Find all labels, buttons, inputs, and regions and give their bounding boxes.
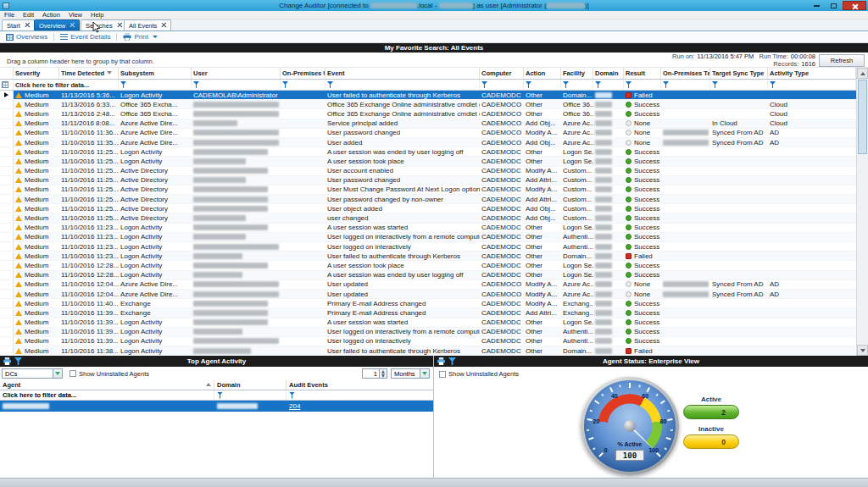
- table-row[interactable]: Medium11/10/2016 11:25...Active Director…: [0, 167, 856, 176]
- table-row[interactable]: Medium11/10/2016 12:04...Azure Active Di…: [0, 280, 856, 290]
- agent-row[interactable]: 204: [0, 401, 433, 412]
- column-header-event[interactable]: Event: [326, 68, 480, 79]
- filter-cell-at[interactable]: [768, 80, 856, 90]
- tab-searches[interactable]: Searches: [81, 19, 127, 30]
- table-row[interactable]: Medium11/10/2016 11:25...Active Director…: [0, 195, 856, 204]
- table-row[interactable]: Medium11/10/2016 11:25...Active Director…: [0, 213, 856, 223]
- agent-filter-cell[interactable]: Click here to filter data...: [0, 390, 214, 400]
- refresh-button[interactable]: Refresh: [819, 54, 865, 67]
- tab-close-icon[interactable]: [117, 23, 122, 28]
- menu-action[interactable]: Action: [38, 11, 64, 19]
- table-row[interactable]: Medium11/10/2016 11:23...Logon ActivityA…: [0, 224, 856, 233]
- table-row[interactable]: Medium11/10/2016 11:23...Logon ActivityU…: [0, 242, 856, 252]
- vertical-scrollbar[interactable]: [856, 68, 868, 356]
- table-row[interactable]: Medium11/10/2016 12:04...Azure Active Di…: [0, 290, 856, 299]
- table-row[interactable]: Medium11/11/2016 8:08...Azure Active Dir…: [0, 119, 856, 129]
- tab-all-events[interactable]: All Events: [124, 19, 171, 30]
- close-button[interactable]: [843, 1, 866, 10]
- filter-cell-dom[interactable]: [593, 80, 624, 90]
- column-header-opu[interactable]: On-Premises User: [281, 68, 326, 79]
- table-row[interactable]: Medium11/10/2016 11:25...Active Director…: [0, 176, 856, 185]
- table-row[interactable]: Medium11/10/2016 11:36...Azure Active Di…: [0, 129, 856, 138]
- table-row[interactable]: Medium11/10/2016 11:40...ExchangePrimary…: [0, 299, 856, 308]
- table-row[interactable]: Medium11/10/2016 11:25...Active Director…: [0, 185, 856, 195]
- audit-events-link[interactable]: 204: [289, 402, 300, 410]
- column-header-sev[interactable]: Severity: [14, 68, 59, 79]
- table-row[interactable]: Medium11/10/2016 11:39...Logon ActivityU…: [0, 337, 856, 346]
- filter-hint-cell[interactable]: Click here to filter data...: [14, 80, 119, 90]
- column-header-act[interactable]: Action: [524, 68, 561, 79]
- print-button[interactable]: Print: [117, 31, 163, 42]
- event-details-button[interactable]: Event Details: [54, 31, 116, 42]
- column-header-dom[interactable]: Domain: [593, 68, 624, 79]
- table-row[interactable]: Medium11/13/2016 6:33...Office 365 Excha…: [0, 100, 856, 109]
- chevron-down-icon[interactable]: [53, 369, 62, 378]
- menu-edit[interactable]: Edit: [19, 11, 38, 19]
- table-row[interactable]: Medium11/10/2016 12:28...Logon ActivityA…: [0, 271, 856, 280]
- show-uninstalled-checkbox[interactable]: [439, 371, 446, 378]
- table-row[interactable]: Medium11/10/2016 11:39...Logon ActivityU…: [0, 328, 856, 337]
- filter-indicator-cell[interactable]: [0, 80, 14, 90]
- menu-file[interactable]: File: [0, 11, 19, 19]
- tab-start[interactable]: Start: [2, 19, 35, 30]
- period-unit-select[interactable]: Months: [391, 368, 430, 379]
- table-row[interactable]: Medium11/13/2016 2:48...Office 365 Excha…: [0, 109, 856, 119]
- filter-cell-fac[interactable]: [561, 80, 593, 90]
- chevron-down-icon[interactable]: [420, 369, 429, 378]
- column-header-tst[interactable]: Target Sync Type: [710, 68, 768, 79]
- filter-cell-sub[interactable]: [119, 80, 192, 90]
- tab-close-icon[interactable]: [25, 23, 30, 28]
- agent-scope-select[interactable]: DCs: [2, 368, 63, 379]
- table-row[interactable]: Medium11/10/2016 12:28...Logon ActivityA…: [0, 261, 856, 270]
- column-header-opt[interactable]: On-Premises Target: [661, 68, 710, 79]
- menu-view[interactable]: View: [64, 11, 86, 19]
- show-uninstalled-checkbox[interactable]: [70, 370, 76, 377]
- tab-close-icon[interactable]: [70, 23, 75, 28]
- column-header-fac[interactable]: Facility: [561, 68, 593, 79]
- print-panel-icon[interactable]: [437, 357, 445, 365]
- filter-cell-opt[interactable]: [661, 80, 710, 90]
- column-header-audit-events[interactable]: Audit Events: [287, 380, 431, 390]
- table-row[interactable]: Medium11/10/2016 11:35...Azure Active Di…: [0, 138, 856, 147]
- scroll-up-arrow[interactable]: [857, 68, 868, 79]
- stepper-down-icon[interactable]: [380, 374, 387, 378]
- tab-overview[interactable]: Overview: [34, 19, 80, 30]
- table-row[interactable]: Medium11/10/2016 11:23...Logon ActivityU…: [0, 233, 856, 242]
- filter-cell-event[interactable]: [326, 80, 480, 90]
- filter-cell-res[interactable]: [624, 80, 661, 90]
- print-panel-icon[interactable]: [3, 357, 11, 365]
- table-row[interactable]: Medium11/10/2016 11:39...ExchangePrimary…: [0, 308, 856, 318]
- column-header-comp[interactable]: Computer: [480, 68, 524, 79]
- table-row[interactable]: Medium11/13/2016 5:36...Logon ActivityCA…: [0, 91, 856, 100]
- column-header-time[interactable]: Time Detected: [59, 68, 119, 79]
- period-value-stepper[interactable]: 1: [362, 368, 387, 379]
- tab-close-icon[interactable]: [161, 23, 166, 28]
- table-row[interactable]: Medium11/10/2016 11:25...Active Director…: [0, 204, 856, 213]
- column-header-agent[interactable]: Agent: [0, 380, 214, 390]
- domain-filter-cell[interactable]: [214, 390, 287, 400]
- table-row[interactable]: Medium11/10/2016 11:25...Logon ActivityA…: [0, 147, 856, 157]
- filter-cell-act[interactable]: [524, 80, 561, 90]
- table-row[interactable]: Medium11/10/2016 11:25...Logon ActivityA…: [0, 157, 856, 166]
- table-row[interactable]: Medium11/10/2016 11:39...Logon ActivityA…: [0, 318, 856, 328]
- audit-events-filter-cell[interactable]: [287, 390, 431, 400]
- column-header-at[interactable]: Activity Type: [768, 68, 856, 79]
- table-row[interactable]: Medium11/10/2016 11:23...Logon ActivityU…: [0, 252, 856, 261]
- filter-cell-tst[interactable]: [710, 80, 768, 90]
- filter-panel-icon[interactable]: [448, 357, 456, 365]
- minimize-button[interactable]: [809, 1, 825, 10]
- column-header-user[interactable]: User: [192, 68, 281, 79]
- filter-cell-user[interactable]: [192, 80, 281, 90]
- column-header-sub[interactable]: Subsystem: [119, 68, 192, 79]
- column-header-res[interactable]: Result: [624, 68, 661, 79]
- column-header-domain[interactable]: Domain: [214, 380, 287, 390]
- filter-cell-opu[interactable]: [281, 80, 326, 90]
- scrollbar-thumb[interactable]: [858, 80, 867, 154]
- menu-help[interactable]: Help: [86, 11, 108, 19]
- maximize-button[interactable]: [826, 1, 842, 10]
- filter-cell-comp[interactable]: [480, 80, 524, 90]
- scroll-down-arrow[interactable]: [857, 345, 868, 356]
- overviews-button[interactable]: Overviews: [0, 31, 53, 42]
- table-row[interactable]: Medium11/10/2016 11:38...Logon ActivityU…: [0, 346, 856, 356]
- filter-panel-icon[interactable]: [14, 357, 22, 365]
